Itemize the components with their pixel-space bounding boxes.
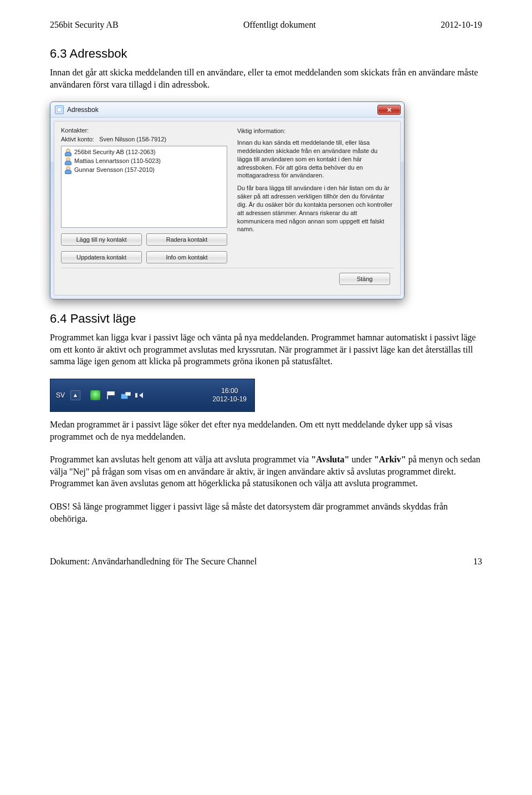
header-right: 2012-10-19 — [441, 20, 482, 30]
contacts-label: Kontakter: — [61, 127, 227, 134]
person-icon — [64, 148, 71, 156]
lang-indicator[interactable]: SV — [56, 391, 65, 399]
header-left: 256bit Security AB — [50, 20, 119, 30]
doc-header: 256bit Security AB Offentligt dokument 2… — [50, 20, 482, 30]
close-dialog-button[interactable]: Stäng — [339, 273, 390, 285]
close-button[interactable]: ✕ — [377, 105, 401, 115]
volume-icon[interactable] — [135, 390, 145, 400]
list-item[interactable]: Gunnar Svensson (157-2010) — [64, 165, 224, 174]
after-tray-p3: OBS! Så länge programmet ligger i passiv… — [50, 501, 482, 524]
remove-contact-button[interactable]: Radera kontakt — [146, 233, 227, 246]
info-label: Viktig information: — [237, 127, 393, 135]
add-contact-button[interactable]: Lägg till ny kontakt — [61, 233, 142, 246]
info-p2: Du får bara lägga till användare i den h… — [237, 184, 393, 233]
action-center-icon[interactable] — [105, 390, 115, 400]
dialog-title: Adressbok — [67, 106, 377, 114]
footer-left: Dokument: Användarhandledning för The Se… — [50, 557, 257, 567]
taskbar-tray: SV ▲ 16:00 2012-10-19 — [50, 379, 255, 412]
section-6-4-body: Programmet kan ligga kvar i passivt läge… — [50, 332, 482, 368]
book-icon — [55, 105, 64, 114]
active-account: Aktivt konto: Sven Nilsson (158-7912) — [61, 136, 227, 142]
list-item[interactable]: 256bit Security AB (112-2063) — [64, 147, 224, 156]
adressbok-dialog: Adressbok ✕ Kontakter: Aktivt konto: Sve… — [50, 101, 405, 299]
header-center: Offentligt dokument — [243, 20, 316, 30]
show-hidden-icons[interactable]: ▲ — [70, 390, 80, 400]
doc-footer: Dokument: Användarhandledning för The Se… — [50, 557, 482, 567]
tray-clock[interactable]: 16:00 2012-10-19 — [213, 387, 254, 404]
after-tray-p2: Programmet kan avslutas helt genom att v… — [50, 453, 482, 490]
footer-page-number: 13 — [473, 557, 482, 567]
list-item[interactable]: Mattias Lennartsson (110-5023) — [64, 156, 224, 165]
info-p1: Innan du kan sända ett meddelande till, … — [237, 139, 393, 180]
contact-list[interactable]: 256bit Security AB (112-2063) Mattias Le… — [61, 146, 227, 228]
person-icon — [64, 166, 71, 174]
app-tray-icon[interactable] — [90, 390, 100, 400]
after-tray-p1: Medan programmet är i passivt läge söker… — [50, 419, 482, 442]
section-6-3-title: 6.3 Adressbok — [50, 47, 482, 61]
person-icon — [64, 157, 71, 165]
network-icon[interactable] — [120, 390, 130, 400]
section-6-3-body: Innan det går att skicka meddelanden til… — [50, 67, 482, 90]
dialog-titlebar[interactable]: Adressbok ✕ — [50, 102, 404, 118]
info-contact-button[interactable]: Info om kontakt — [146, 251, 227, 263]
update-contact-button[interactable]: Uppdatera kontakt — [61, 251, 142, 263]
section-6-4-title: 6.4 Passivt läge — [50, 312, 482, 326]
